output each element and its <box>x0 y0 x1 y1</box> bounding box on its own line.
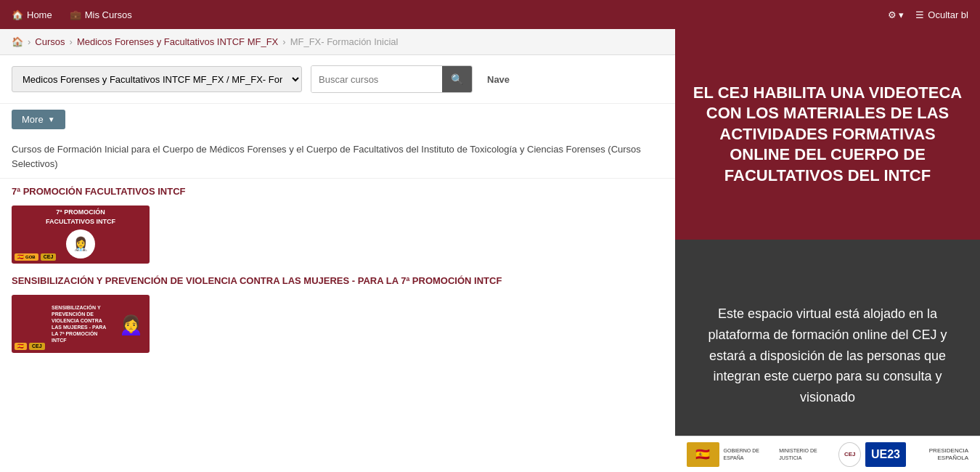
left-content: 🏠 › Cursos › Medicos Forenses y Facultat… <box>0 29 675 472</box>
course-1-title: 7ª PROMOCIÓN FACULTATIVOS INTCF <box>0 179 675 201</box>
breadcrumb-home-icon: 🏠 <box>12 36 23 47</box>
thumb1-image: 👩‍⚕️ <box>66 229 95 259</box>
presidencia-text: PRESIDENCIA ESPAÑOLA <box>910 447 968 461</box>
breadcrumb: 🏠 › Cursos › Medicos Forenses y Facultat… <box>0 29 675 55</box>
home-icon: 🏠 <box>12 9 23 20</box>
thumb1-badges: 🇪🇸GOB CEJ <box>15 253 56 261</box>
cej-logo: CEJ <box>838 442 861 467</box>
more-label: More <box>22 114 44 125</box>
breadcrumb-cursos-link[interactable]: Cursos <box>35 36 65 47</box>
ocultar-link[interactable]: ☰ Ocultar bl <box>915 9 968 20</box>
breadcrumb-sep1: › <box>28 36 30 47</box>
footer-logos: 🇪🇸 GOBIERNO DE ESPAÑA MINISTERIO DE JUST… <box>687 442 968 467</box>
spain-text: GOBIERNO DE ESPAÑA <box>724 447 775 460</box>
course-2-title: SENSIBILIZACIÓN Y PREVENCIÓN DE VIOLENCI… <box>0 268 675 290</box>
promo-title: EL CEJ HABILITA UNA VIDEOTECA CON LOS MA… <box>693 83 963 187</box>
ministerio-text: MINISTERIO DE JUSTICIA <box>779 447 834 460</box>
spain-logo: 🇪🇸 <box>687 442 719 467</box>
more-button[interactable]: More <box>12 110 65 129</box>
course-item-1: 7ª PROMOCIÓNFACULTATIVOS INTCF 👩‍⚕️ 🇪🇸GO… <box>0 201 675 268</box>
search-bar: Medicos Forenses y Facultativos INTCF MF… <box>0 55 675 104</box>
search-button[interactable]: 🔍 <box>442 66 472 92</box>
ocultar-label: Ocultar bl <box>928 9 968 20</box>
course-description: Cursos de Formación Inicial para el Cuer… <box>0 135 675 179</box>
thumb2-badges: 🇪🇸 CEJ <box>15 343 45 350</box>
promo-box: EL CEJ HABILITA UNA VIDEOTECA CON LOS MA… <box>675 29 980 240</box>
ue-logo: UE23 <box>865 442 906 467</box>
thumb2-image: 🙍‍♀️ <box>118 312 144 336</box>
thumb2-text: SENSIBILIZACIÓN Y PREVENCIÓN DE VIOLENCI… <box>52 304 110 344</box>
list-icon: ☰ <box>915 9 924 20</box>
mis-cursos-label: Mis Cursos <box>85 9 132 20</box>
thumb1-text: 7ª PROMOCIÓNFACULTATIVOS INTCF <box>46 208 115 226</box>
breadcrumb-sep3: › <box>282 36 285 47</box>
more-btn-row: More <box>0 104 675 135</box>
breadcrumb-categoria-link[interactable]: Medicos Forenses y Facultativos INTCF MF… <box>77 36 278 47</box>
mis-cursos-link[interactable]: 💼 Mis Cursos <box>70 9 132 20</box>
settings-link[interactable]: ⚙ ▾ <box>888 9 905 20</box>
home-label: Home <box>27 9 52 20</box>
breadcrumb-current: MF_FX- Formación Inicial <box>290 36 399 47</box>
home-link[interactable]: 🏠 Home <box>12 9 52 20</box>
category-select[interactable]: Medicos Forenses y Facultativos INTCF MF… <box>12 66 302 92</box>
course-thumbnail-1[interactable]: 7ª PROMOCIÓNFACULTATIVOS INTCF 👩‍⚕️ 🇪🇸GO… <box>12 206 150 264</box>
breadcrumb-sep2: › <box>70 36 73 47</box>
search-input-wrap: 🔍 <box>311 65 473 93</box>
footer-bar: 🇪🇸 GOBIERNO DE ESPAÑA MINISTERIO DE JUST… <box>675 436 980 472</box>
course-thumbnail-2[interactable]: SENSIBILIZACIÓN Y PREVENCIÓN DE VIOLENCI… <box>12 295 150 353</box>
main-wrapper: 🏠 › Cursos › Medicos Forenses y Facultat… <box>0 29 980 472</box>
top-nav: 🏠 Home 💼 Mis Cursos ⚙ ▾ ☰ Ocultar bl <box>0 0 980 29</box>
settings-icon: ⚙ ▾ <box>888 9 905 20</box>
top-nav-right: ⚙ ▾ ☰ Ocultar bl <box>888 9 968 20</box>
briefcase-icon: 💼 <box>70 9 81 20</box>
right-sidebar: EL CEJ HABILITA UNA VIDEOTECA CON LOS MA… <box>675 29 980 472</box>
course-item-2: SENSIBILIZACIÓN Y PREVENCIÓN DE VIOLENCI… <box>0 290 675 357</box>
search-input[interactable] <box>311 66 442 92</box>
nav-section-label: Nave <box>481 74 510 85</box>
info-text: Este espacio virtual está alojado en la … <box>693 304 963 408</box>
